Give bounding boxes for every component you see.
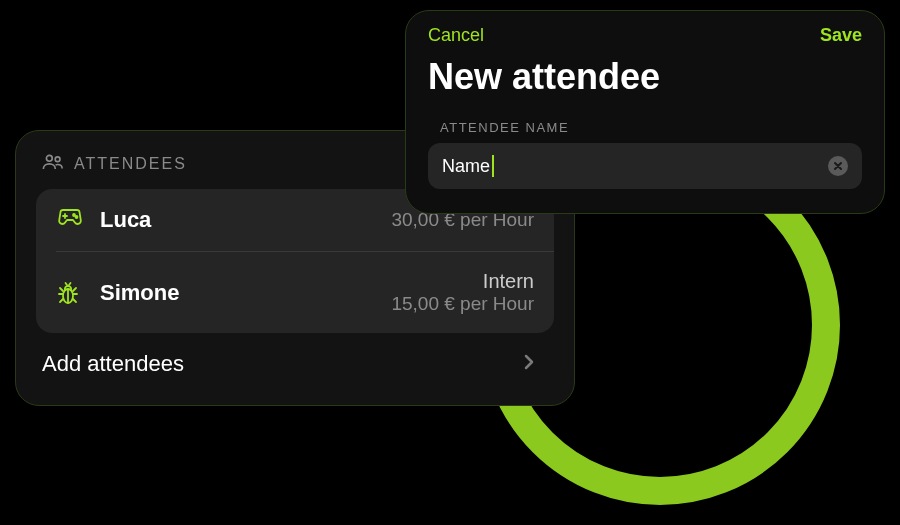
svg-point-3 (76, 216, 78, 218)
attendee-name-input[interactable]: Name (428, 143, 862, 189)
save-button[interactable]: Save (820, 25, 862, 46)
clear-input-button[interactable] (828, 156, 848, 176)
add-attendees-button[interactable]: Add attendees (36, 333, 554, 387)
attendee-info: Intern 15,00 € per Hour (391, 270, 534, 315)
add-attendees-label: Add attendees (42, 351, 184, 377)
gamepad-icon (56, 207, 82, 233)
attendee-role: Intern (391, 270, 534, 293)
new-attendee-modal: Cancel Save New attendee ATTENDEE NAME N… (405, 10, 885, 214)
text-caret (492, 155, 494, 177)
bug-icon (56, 280, 82, 306)
chevron-right-icon (524, 354, 534, 374)
svg-point-1 (55, 157, 60, 162)
modal-title: New attendee (428, 56, 862, 98)
attendee-rate: 15,00 € per Hour (391, 293, 534, 315)
attendee-name: Simone (100, 280, 179, 306)
modal-action-bar: Cancel Save (428, 25, 862, 46)
attendees-header-label: ATTENDEES (74, 155, 187, 173)
input-value: Name (442, 156, 490, 177)
attendee-name: Luca (100, 207, 151, 233)
svg-point-2 (73, 214, 75, 216)
attendee-row[interactable]: Simone Intern 15,00 € per Hour (36, 252, 554, 333)
cancel-button[interactable]: Cancel (428, 25, 484, 46)
field-label: ATTENDEE NAME (440, 120, 862, 135)
svg-point-0 (46, 155, 52, 161)
people-icon (42, 153, 64, 175)
